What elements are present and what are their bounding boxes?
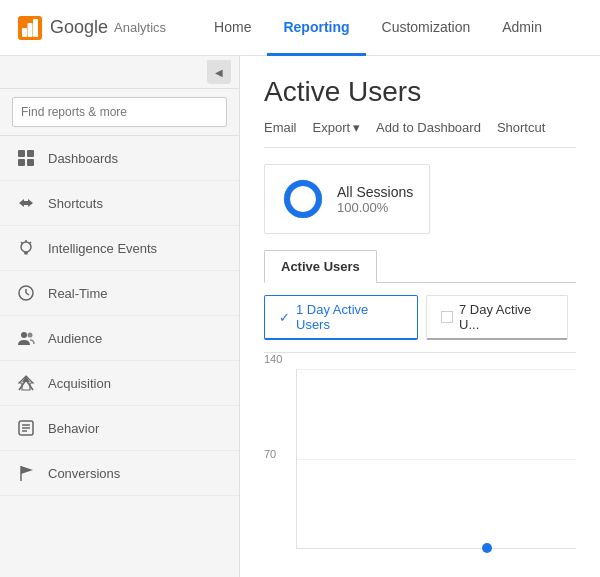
metric-selectors: ✓ 1 Day Active Users 7 Day Active U... xyxy=(264,283,576,353)
sidebar-item-real-time-label: Real-Time xyxy=(48,286,107,301)
search-input[interactable] xyxy=(12,97,227,127)
sidebar-item-behavior[interactable]: Behavior xyxy=(0,406,239,451)
sidebar-item-shortcuts-label: Shortcuts xyxy=(48,196,103,211)
shortcut-button[interactable]: Shortcut xyxy=(497,120,545,135)
bulb-icon xyxy=(16,238,36,258)
chart-data-point xyxy=(482,543,492,553)
svg-line-14 xyxy=(26,293,29,295)
sessions-percent: 100.00% xyxy=(337,200,413,215)
nav-item-customization[interactable]: Customization xyxy=(366,0,487,56)
acquisition-icon xyxy=(16,373,36,393)
tab-active-users[interactable]: Active Users xyxy=(264,250,377,283)
sidebar-item-intelligence-events-label: Intelligence Events xyxy=(48,241,157,256)
svg-point-16 xyxy=(28,333,33,338)
svg-rect-5 xyxy=(27,150,34,157)
metric-1-day-label: 1 Day Active Users xyxy=(296,302,403,332)
logo-google-text: Google xyxy=(50,17,108,38)
svg-rect-7 xyxy=(27,159,34,166)
metric-7-day-check-icon xyxy=(441,311,453,323)
metric-7-day-active-users[interactable]: 7 Day Active U... xyxy=(426,295,568,340)
sidebar-item-conversions-label: Conversions xyxy=(48,466,120,481)
export-button[interactable]: Export ▾ xyxy=(313,120,361,135)
sidebar-item-dashboards-label: Dashboards xyxy=(48,151,118,166)
svg-line-11 xyxy=(21,242,23,244)
behavior-icon xyxy=(16,418,36,438)
clock-icon xyxy=(16,283,36,303)
main-layout: ◀ Dashboards Shortcuts xyxy=(0,56,600,577)
svg-point-15 xyxy=(21,332,27,338)
sidebar-item-dashboards[interactable]: Dashboards xyxy=(0,136,239,181)
svg-rect-6 xyxy=(18,159,25,166)
top-navigation: Google Analytics Home Reporting Customiz… xyxy=(0,0,600,56)
flag-icon xyxy=(16,463,36,483)
logo-app-name: Analytics xyxy=(114,20,166,35)
svg-rect-3 xyxy=(33,19,38,37)
sidebar-item-shortcuts[interactable]: Shortcuts xyxy=(0,181,239,226)
sessions-card: All Sessions 100.00% xyxy=(264,164,430,234)
metric-1-day-check-icon: ✓ xyxy=(279,310,290,325)
sidebar-item-acquisition[interactable]: Acquisition xyxy=(0,361,239,406)
grid-icon xyxy=(16,148,36,168)
nav-item-admin[interactable]: Admin xyxy=(486,0,558,56)
donut-chart xyxy=(281,177,325,221)
svg-marker-23 xyxy=(21,466,33,474)
sidebar-item-real-time[interactable]: Real-Time xyxy=(0,271,239,316)
grid-line-top xyxy=(297,369,576,370)
chart-line-area xyxy=(296,369,576,549)
sidebar-item-intelligence-events[interactable]: Intelligence Events xyxy=(0,226,239,271)
svg-rect-4 xyxy=(18,150,25,157)
metric-7-day-label: 7 Day Active U... xyxy=(459,302,553,332)
nav-item-home[interactable]: Home xyxy=(198,0,267,56)
action-bar: Email Export ▾ Add to Dashboard Shortcut xyxy=(264,120,576,148)
sidebar-nav-section: Dashboards Shortcuts Intelligence Events xyxy=(0,136,239,496)
sidebar-item-acquisition-label: Acquisition xyxy=(48,376,111,391)
sessions-label: All Sessions xyxy=(337,184,413,200)
svg-line-10 xyxy=(30,242,32,244)
chart-area: 140 70 xyxy=(264,353,576,553)
chart-tabs: Active Users xyxy=(264,250,576,283)
sidebar-item-conversions[interactable]: Conversions xyxy=(0,451,239,496)
export-label: Export xyxy=(313,120,351,135)
arrows-icon xyxy=(16,193,36,213)
sidebar: ◀ Dashboards Shortcuts xyxy=(0,56,240,577)
add-to-dashboard-button[interactable]: Add to Dashboard xyxy=(376,120,481,135)
sidebar-collapse-button[interactable]: ◀ xyxy=(207,60,231,84)
ga-logo-icon xyxy=(16,14,44,42)
sidebar-collapse-area: ◀ xyxy=(0,56,239,89)
sidebar-item-audience[interactable]: Audience xyxy=(0,316,239,361)
page-title: Active Users xyxy=(264,76,576,108)
sidebar-item-behavior-label: Behavior xyxy=(48,421,99,436)
logo: Google Analytics xyxy=(16,14,166,42)
email-button[interactable]: Email xyxy=(264,120,297,135)
sidebar-item-audience-label: Audience xyxy=(48,331,102,346)
svg-point-26 xyxy=(287,183,319,215)
nav-item-reporting[interactable]: Reporting xyxy=(267,0,365,56)
y-axis-label-140: 140 xyxy=(264,353,282,365)
y-axis-label-70: 70 xyxy=(264,448,276,460)
audience-icon xyxy=(16,328,36,348)
metric-1-day-active-users[interactable]: ✓ 1 Day Active Users xyxy=(264,295,418,340)
search-box xyxy=(0,89,239,136)
content-area: Active Users Email Export ▾ Add to Dashb… xyxy=(240,56,600,577)
sessions-info: All Sessions 100.00% xyxy=(337,184,413,215)
grid-line-mid xyxy=(297,459,576,460)
svg-rect-1 xyxy=(22,28,27,37)
export-arrow-icon: ▾ xyxy=(353,120,360,135)
nav-items: Home Reporting Customization Admin xyxy=(198,0,584,55)
svg-rect-2 xyxy=(28,23,33,37)
